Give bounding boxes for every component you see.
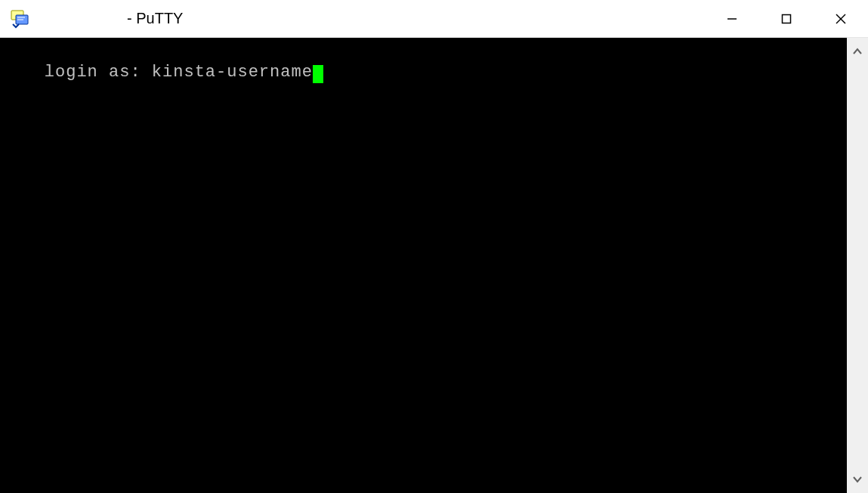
- terminal-input: kinsta-username: [152, 63, 313, 82]
- maximize-icon: [781, 14, 792, 24]
- minimize-icon: [727, 14, 737, 24]
- terminal-cursor: [313, 65, 323, 83]
- minimize-button[interactable]: [705, 0, 759, 37]
- close-icon: [835, 13, 847, 25]
- main-area: login as: kinsta-username: [0, 38, 868, 493]
- chevron-down-icon: [853, 476, 862, 483]
- window-titlebar[interactable]: - PuTTY: [0, 0, 868, 38]
- close-button[interactable]: [814, 0, 868, 37]
- putty-icon: [8, 7, 32, 31]
- terminal[interactable]: login as: kinsta-username: [0, 38, 847, 493]
- window-controls: [705, 0, 868, 37]
- scroll-up-button[interactable]: [847, 42, 868, 60]
- maximize-button[interactable]: [759, 0, 814, 37]
- svg-rect-5: [783, 14, 791, 23]
- window-title: - PuTTY: [127, 10, 183, 27]
- scroll-down-button[interactable]: [847, 470, 868, 488]
- vertical-scrollbar[interactable]: [847, 38, 868, 493]
- chevron-up-icon: [853, 48, 862, 55]
- terminal-prompt: login as:: [45, 63, 141, 82]
